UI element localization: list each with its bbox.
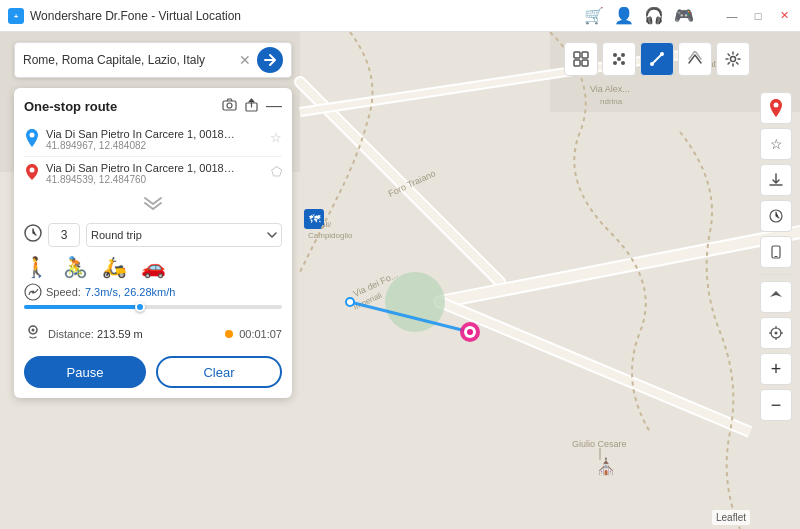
svg-text:Giulio Cesare: Giulio Cesare — [572, 439, 627, 449]
svg-point-43 — [660, 52, 664, 56]
route-addr-end: Via Di San Pietro In Carcere 1, 00186... — [46, 162, 236, 174]
leaflet-badge: Leaflet — [712, 510, 750, 525]
distance-value: 213.59 m — [97, 328, 143, 340]
distance-info: Distance: 213.59 m — [48, 327, 219, 341]
favorite-start-icon[interactable]: ☆ — [270, 130, 282, 145]
svg-point-54 — [32, 329, 35, 332]
svg-point-52 — [32, 291, 35, 294]
panel-header: One-stop route — — [24, 98, 282, 115]
route-panel: One-stop route — Via Di San Pietro In Ca… — [14, 88, 292, 398]
svg-point-44 — [731, 57, 736, 62]
speed-label: Speed: — [46, 286, 81, 298]
toolbar-divider — [760, 274, 792, 275]
gift-icon[interactable]: 🎮 — [674, 6, 694, 25]
right-favorite-button[interactable]: ☆ — [760, 128, 792, 160]
svg-point-55 — [774, 103, 779, 108]
user-circle-icon[interactable]: 👤 — [614, 6, 634, 25]
panel-title: One-stop route — [24, 99, 117, 114]
title-icons: 🛒 👤 🎧 🎮 — □ ✕ — [584, 6, 792, 25]
right-toolbar: ☆ + − — [760, 92, 792, 421]
search-go-button[interactable] — [257, 47, 283, 73]
repeat-count-input[interactable] — [48, 223, 80, 247]
route-item-end: Via Di San Pietro In Carcere 1, 00186...… — [24, 157, 282, 190]
close-button[interactable]: ✕ — [776, 8, 792, 24]
svg-point-40 — [613, 61, 617, 65]
route-addr-start: Via Di San Pietro In Carcere 1, 00187 Ro… — [46, 128, 236, 140]
svg-text:+: + — [14, 12, 19, 21]
map-toolbar — [564, 42, 750, 76]
camera-icon[interactable] — [222, 98, 237, 115]
moped-icon[interactable]: 🛵 — [102, 255, 127, 279]
speed-slider[interactable] — [24, 305, 282, 313]
route-info-start: Via Di San Pietro In Carcere 1, 00187 Ro… — [46, 128, 264, 151]
route-button[interactable] — [640, 42, 674, 76]
svg-point-30 — [467, 329, 473, 335]
svg-text:🗺: 🗺 — [309, 213, 321, 225]
route-coords-end: 41.894539, 12.484760 — [46, 174, 265, 185]
speed-row: Speed: 7.3m/s, 26.28km/h — [24, 281, 282, 319]
route-info-end: Via Di San Pietro In Carcere 1, 00186...… — [46, 162, 265, 185]
svg-text:Via Alex...: Via Alex... — [590, 84, 630, 94]
car-icon[interactable]: 🚗 — [141, 255, 166, 279]
start-dot — [24, 130, 40, 146]
minimize-button[interactable]: — — [724, 8, 740, 24]
location-center-button[interactable] — [760, 317, 792, 349]
distance-row: Distance: 213.59 m 00:01:07 — [24, 319, 282, 348]
svg-text:⛪: ⛪ — [596, 457, 616, 476]
svg-point-39 — [617, 57, 621, 61]
main-area: Foro Traiano Via dei Fo... Imperiali Via… — [0, 32, 800, 529]
app-icon: + — [8, 8, 24, 24]
svg-point-42 — [650, 62, 654, 66]
svg-rect-33 — [574, 52, 580, 58]
panel-icon-group: — — [222, 98, 282, 115]
trip-type-dropdown[interactable]: Round trip — [86, 223, 282, 247]
google-maps-button[interactable] — [760, 92, 792, 124]
maximize-button[interactable]: □ — [750, 8, 766, 24]
timer-dot — [225, 330, 233, 338]
favorite-end-icon[interactable]: ⬠ — [271, 164, 282, 179]
controls-row: Round trip — [24, 219, 282, 251]
trip-type-label: Round trip — [91, 229, 142, 241]
svg-rect-36 — [582, 60, 588, 66]
app-title: Wondershare Dr.Fone - Virtual Location — [30, 9, 584, 23]
history-button[interactable] — [760, 200, 792, 232]
device-button[interactable] — [760, 236, 792, 268]
pause-button[interactable]: Pause — [24, 356, 146, 388]
svg-point-49 — [30, 168, 35, 173]
scatter-button[interactable] — [602, 42, 636, 76]
headset-icon[interactable]: 🎧 — [644, 6, 664, 25]
svg-point-41 — [621, 61, 625, 65]
svg-text:ndrina: ndrina — [600, 97, 623, 106]
walk-icon[interactable]: 🚶 — [24, 255, 49, 279]
svg-rect-45 — [223, 101, 236, 110]
settings-button[interactable] — [716, 42, 750, 76]
titlebar: + Wondershare Dr.Fone - Virtual Location… — [0, 0, 800, 32]
multi-route-button[interactable] — [678, 42, 712, 76]
elapsed-time: 00:01:07 — [239, 328, 282, 340]
action-buttons: Pause Clear — [24, 348, 282, 388]
zoom-out-button[interactable]: − — [760, 389, 792, 421]
clock-icon — [24, 224, 42, 246]
svg-point-60 — [775, 332, 778, 335]
search-input[interactable] — [23, 53, 239, 67]
navigate-button[interactable] — [760, 281, 792, 313]
svg-point-27 — [347, 299, 353, 305]
clear-button[interactable]: Clear — [156, 356, 282, 388]
speed-value: 7.3m/s, 26.28km/h — [85, 286, 176, 298]
svg-point-48 — [30, 133, 35, 138]
bike-icon[interactable]: 🚴 — [63, 255, 88, 279]
minimize-panel-icon[interactable]: — — [266, 98, 282, 115]
zoom-in-button[interactable]: + — [760, 353, 792, 385]
export-icon[interactable] — [245, 98, 258, 115]
svg-rect-35 — [574, 60, 580, 66]
cart-icon[interactable]: 🛒 — [584, 6, 604, 25]
grid-view-button[interactable] — [564, 42, 598, 76]
svg-point-37 — [613, 53, 617, 57]
svg-point-38 — [621, 53, 625, 57]
svg-point-46 — [227, 103, 232, 108]
download-button[interactable] — [760, 164, 792, 196]
svg-text:Campidoglio: Campidoglio — [308, 231, 353, 240]
expand-button[interactable] — [24, 190, 282, 219]
route-coords-start: 41.894967, 12.484082 — [46, 140, 264, 151]
search-clear-button[interactable]: ✕ — [239, 52, 251, 68]
